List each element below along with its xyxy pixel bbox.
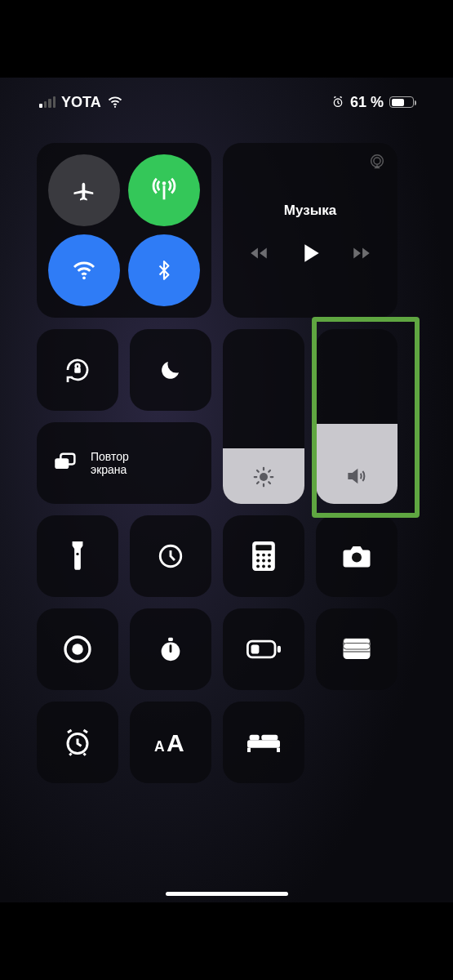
flashlight-button[interactable] <box>37 515 118 597</box>
low-power-mode-button[interactable] <box>223 608 304 690</box>
letterbox-bottom <box>0 902 453 980</box>
wifi-icon <box>71 257 97 283</box>
cellular-data-button[interactable] <box>128 154 200 226</box>
battery-icon <box>389 96 414 108</box>
timer-button[interactable] <box>130 515 211 597</box>
camera-button[interactable] <box>316 515 397 597</box>
control-center: Музыка Повтор экра <box>37 143 416 783</box>
do-not-disturb-button[interactable] <box>130 329 211 411</box>
battery-icon <box>246 639 281 659</box>
play-button[interactable] <box>297 240 323 266</box>
alarm-button[interactable] <box>37 702 118 783</box>
airplane-icon <box>72 178 96 203</box>
svg-text:A: A <box>154 738 165 754</box>
svg-point-19 <box>268 559 271 563</box>
svg-rect-6 <box>74 368 81 373</box>
volume-slider[interactable] <box>316 329 397 504</box>
svg-rect-38 <box>250 735 260 741</box>
bluetooth-button[interactable] <box>128 234 200 306</box>
svg-rect-37 <box>247 740 280 747</box>
bluetooth-icon <box>153 260 175 281</box>
orientation-lock-button[interactable] <box>37 329 118 411</box>
svg-point-16 <box>268 554 271 557</box>
screen-mirror-icon <box>51 449 79 477</box>
media-controls <box>248 240 372 266</box>
camera-icon <box>341 544 372 568</box>
svg-point-22 <box>268 565 271 568</box>
svg-point-14 <box>256 554 260 557</box>
svg-rect-29 <box>278 646 281 653</box>
svg-rect-30 <box>251 644 260 653</box>
svg-point-20 <box>256 565 260 568</box>
airplay-icon[interactable] <box>368 153 386 171</box>
svg-rect-39 <box>261 735 278 741</box>
svg-text:A: A <box>167 731 184 754</box>
antenna-icon <box>150 176 178 204</box>
text-size-icon: A A <box>154 731 187 754</box>
sleep-button[interactable] <box>223 702 304 783</box>
svg-rect-33 <box>344 644 371 650</box>
svg-point-21 <box>262 565 265 568</box>
svg-point-3 <box>82 276 86 279</box>
text-size-button[interactable]: A A <box>130 702 211 783</box>
speaker-icon <box>344 463 370 489</box>
battery-percent-label: 61 % <box>350 94 384 111</box>
orientation-lock-icon <box>63 355 92 385</box>
next-track-button[interactable] <box>351 243 372 264</box>
flashlight-icon <box>68 541 87 571</box>
media-title: Музыка <box>284 203 336 219</box>
stopwatch-icon <box>157 635 184 663</box>
status-bar: YOTA 61 % <box>0 90 453 114</box>
svg-rect-13 <box>255 545 271 550</box>
svg-point-23 <box>352 553 362 563</box>
calculator-button[interactable] <box>223 515 304 597</box>
svg-rect-40 <box>247 748 251 752</box>
carrier-label: YOTA <box>61 94 101 111</box>
svg-point-17 <box>256 559 260 563</box>
svg-point-18 <box>262 559 265 563</box>
moon-icon <box>158 358 183 382</box>
home-indicator[interactable] <box>166 892 288 896</box>
svg-point-10 <box>76 553 78 555</box>
svg-point-9 <box>260 473 268 481</box>
screen-mirror-label-line1: Повтор <box>91 450 129 463</box>
svg-point-2 <box>162 181 167 185</box>
battery-fill <box>392 99 405 106</box>
svg-point-25 <box>72 644 83 655</box>
stopwatch-button[interactable] <box>130 608 211 690</box>
airplane-mode-button[interactable] <box>48 154 120 226</box>
svg-rect-27 <box>168 638 173 641</box>
brightness-slider[interactable] <box>223 329 304 504</box>
cellular-signal-icon <box>39 96 56 108</box>
bed-icon <box>247 732 280 753</box>
svg-point-15 <box>262 554 265 557</box>
letterbox-top <box>0 0 453 78</box>
record-icon <box>63 635 92 664</box>
svg-point-0 <box>114 106 116 108</box>
screen-mirror-label: Повтор экрана <box>91 450 129 476</box>
screen-mirror-label-line2: экрана <box>91 463 129 476</box>
alarm-icon <box>331 96 344 109</box>
wallet-icon <box>342 637 371 662</box>
connectivity-group <box>37 143 211 318</box>
calculator-icon <box>251 541 276 571</box>
wifi-icon <box>107 94 123 110</box>
svg-point-5 <box>374 158 380 164</box>
timer-icon <box>157 542 184 570</box>
svg-rect-41 <box>277 748 280 752</box>
screen-mirroring-button[interactable]: Повтор экрана <box>37 422 211 504</box>
alarm-clock-icon <box>63 728 92 757</box>
sun-icon <box>251 465 276 489</box>
wifi-button[interactable] <box>48 234 120 306</box>
screen-record-button[interactable] <box>37 608 118 690</box>
previous-track-button[interactable] <box>248 243 269 264</box>
media-panel[interactable]: Музыка <box>223 143 397 318</box>
wallet-button[interactable] <box>316 608 397 690</box>
